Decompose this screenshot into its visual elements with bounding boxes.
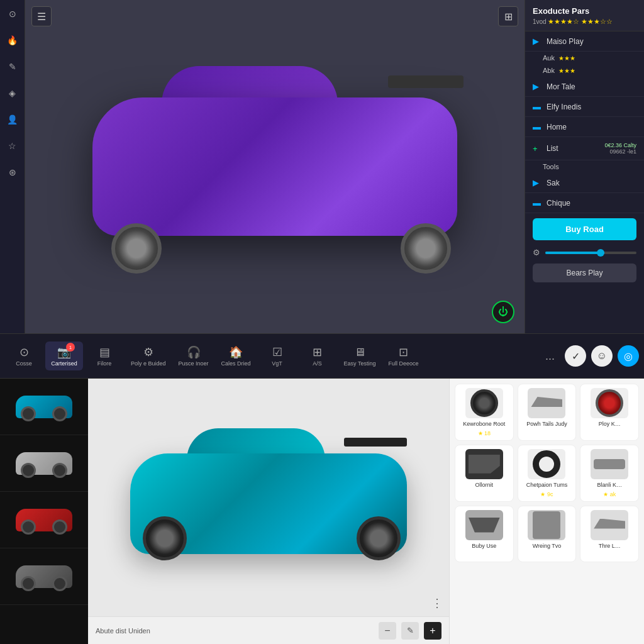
menu-item-sak[interactable]: ▶ Sak — [525, 173, 644, 193]
part-card-tire[interactable]: Kewrobone Root ★ 18 — [455, 384, 514, 441]
panel-title: Exoducte Pars — [533, 6, 636, 16]
teal-wheel-front — [143, 516, 187, 560]
tire-shape — [470, 389, 498, 417]
minus-button[interactable]: − — [379, 622, 396, 640]
part-label: Powh Tails Judy — [526, 421, 567, 428]
more-dots[interactable]: ... — [540, 347, 560, 365]
mini-car-cyan — [16, 396, 72, 418]
toolbar-label: Cales Dried — [221, 360, 251, 367]
bottom-section: ⋮ Abute dist Uniden − ✎ + Kewrobone Root… — [0, 379, 644, 644]
part-icon-engine — [528, 510, 565, 540]
part-card-wing[interactable]: Powh Tails Judy — [518, 384, 577, 441]
toolbar-item-carterised[interactable]: 📷 1 Carterised — [45, 341, 83, 370]
dash-icon: ▬ — [533, 198, 541, 208]
chevron-icon: ▶ — [533, 36, 541, 46]
settings-icon: ⚙ — [533, 248, 540, 257]
check-button[interactable]: ✓ — [565, 345, 586, 367]
sidebar-icon-3[interactable]: ✎ — [4, 58, 21, 75]
part-label: Ollornit — [475, 482, 494, 489]
car-thumb-2[interactable] — [0, 435, 88, 492]
teal-car — [111, 435, 426, 560]
menu-label: Chique — [547, 199, 570, 208]
main-car-view: ⋮ Abute dist Uniden − ✎ + — [88, 379, 449, 644]
plus-icon: + — [533, 144, 541, 153]
menu-item-elfy-inedis[interactable]: ▬ Elfy Inedis — [525, 97, 644, 117]
mini-car-gray — [16, 565, 72, 588]
part-label: Chetpaion Tums — [526, 482, 568, 489]
blue-circle-button[interactable]: ◎ — [618, 345, 639, 367]
sub-item-auk[interactable]: Auk ★★★ — [525, 52, 644, 64]
toolbar-item-pusce[interactable]: 🎧 Pusce Inoer — [174, 341, 214, 370]
full-icon: ⊡ — [399, 345, 408, 359]
menu-item-list[interactable]: + List 0€2.36 Calty 09662 -le1 — [525, 137, 644, 160]
part-card-ring[interactable]: Chetpaion Tums ★ 9c — [518, 445, 577, 502]
menu-label: Sak — [547, 179, 560, 187]
toolbar-item-as[interactable]: ⊞ A/S — [299, 341, 336, 370]
toolbar-item-vgt[interactable]: ☑ VgT — [258, 341, 296, 370]
part-label: Thre L… — [599, 543, 621, 550]
bears-play-button[interactable]: Bears Play — [533, 264, 636, 282]
sidebar-icon-5[interactable]: 👤 — [4, 111, 21, 128]
buy-road-button[interactable]: Buy Road — [533, 218, 636, 240]
sub-label: Tools — [543, 163, 559, 170]
menu-item-home[interactable]: ▬ Home — [525, 117, 644, 137]
part-card-wheel-red[interactable]: Ploy K… — [580, 384, 639, 441]
slider-track[interactable] — [545, 252, 636, 254]
sidebar-icon-4[interactable]: ◈ — [4, 84, 21, 102]
bottom-left: ⋮ Abute dist Uniden − ✎ + — [0, 379, 449, 644]
car-thumbnails — [0, 379, 88, 644]
edit-button[interactable]: ✎ — [401, 622, 419, 640]
toolbar-item-filore[interactable]: ▤ Filore — [86, 341, 123, 370]
ring-shape — [533, 450, 560, 478]
toolbar-item-full-deoce[interactable]: ⊡ Full Deeoce — [383, 341, 423, 370]
left-sidebar: ⊙ 🔥 ✎ ◈ 👤 ☆ ⊛ — [0, 0, 25, 333]
sub-item-abk[interactable]: Abk ★★★ — [525, 64, 644, 77]
car-thumb-4[interactable] — [0, 548, 88, 605]
teal-wheel-rear — [357, 516, 401, 560]
slider-row: ⚙ — [525, 245, 644, 260]
slider-thumb[interactable] — [597, 249, 604, 257]
sub-item-tools[interactable]: Tools — [525, 160, 644, 173]
smile-button[interactable]: ☺ — [591, 345, 613, 367]
parts-grid: Kewrobone Root ★ 18 Powh Tails Judy Ploy… — [449, 379, 644, 644]
toolbar-item-cales[interactable]: 🏠 Cales Dried — [216, 341, 256, 370]
menu-item-mor-tale[interactable]: ▶ Mor Tale — [525, 77, 644, 97]
price-top: 0€2.36 Calty — [604, 142, 636, 148]
part-label: Blanli K… — [597, 482, 622, 489]
part-card-engine[interactable]: Wreing Tvo — [518, 506, 577, 562]
toolbar-item-cosse[interactable]: ⊙ Cosse — [5, 341, 43, 370]
toolbar-item-easy-testing[interactable]: 🖥 Easy Testing — [339, 342, 381, 370]
engine-shape — [533, 511, 560, 539]
part-icon-spoiler — [591, 449, 628, 479]
sidebar-icon-2[interactable]: 🔥 — [4, 31, 21, 49]
toolbar-label: Filore — [97, 360, 112, 367]
headphone-icon: 🎧 — [187, 345, 201, 359]
sidebar-icon-1[interactable]: ⊙ — [4, 5, 21, 23]
cosse-icon: ⊙ — [19, 345, 29, 359]
part-card-wing2[interactable]: Thre L… — [580, 506, 639, 562]
chevron-icon: ▶ — [533, 82, 541, 91]
part-card-spoiler[interactable]: Blanli K… ★ ak — [580, 445, 639, 502]
toolbar-label: A/S — [313, 360, 322, 367]
menu-item-maiso-play[interactable]: ▶ Maiso Play — [525, 31, 644, 52]
main-car-canvas: ⋮ — [88, 379, 449, 616]
right-panel: Exoducte Pars 1vod ★★★★☆ ★★★☆☆ ▶ Maiso P… — [525, 0, 644, 333]
car-thumb-1[interactable] — [0, 379, 88, 435]
toolbar-label: Poly e Buided — [131, 360, 166, 367]
sidebar-icon-7[interactable]: ⊛ — [4, 164, 21, 181]
home-icon: 🏠 — [229, 345, 243, 359]
plus-button[interactable]: + — [424, 622, 441, 640]
toolbar-item-poly[interactable]: ⚙ Poly e Buided — [126, 341, 171, 370]
menu-item-chique[interactable]: ▬ Chique — [525, 193, 644, 213]
part-stars: ★ ak — [603, 491, 616, 497]
three-dots[interactable]: ⋮ — [431, 596, 443, 610]
part-card-side[interactable]: Buby Use — [455, 506, 514, 562]
part-card-fender[interactable]: Ollornit — [455, 445, 514, 502]
part-icon-fender — [465, 449, 503, 479]
main-car-footer: Abute dist Uniden − ✎ + — [88, 616, 449, 644]
sub-label: Auk — [543, 54, 555, 62]
sidebar-icon-6[interactable]: ☆ — [4, 137, 21, 155]
car-thumb-3[interactable] — [0, 492, 88, 548]
slider-fill — [545, 252, 604, 254]
power-button[interactable]: ⏻ — [492, 301, 514, 323]
